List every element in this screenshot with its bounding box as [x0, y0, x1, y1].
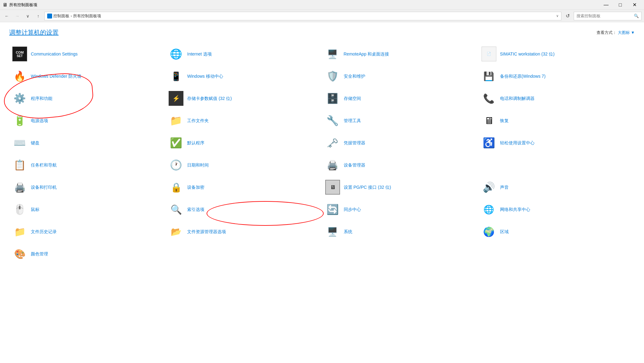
grid-item-defaultprogs[interactable]: ✅ 默认程序	[166, 132, 322, 154]
item-icon-network: 🌐	[482, 202, 496, 217]
grid-item-mobile[interactable]: 📱 Windows 移动中心	[166, 65, 322, 87]
address-box[interactable]: 控制面板 › 所有控制面板项 ∨	[44, 12, 561, 20]
close-button[interactable]: ✕	[627, 0, 642, 10]
item-label-phone: 电话和调制解调器	[500, 96, 535, 101]
grid-item-sync[interactable]: 🔄 同步中心	[322, 198, 478, 221]
grid-item-index[interactable]: 🔍 索引选项	[166, 198, 322, 221]
grid-item-datetime[interactable]: 🕐 日期和时间	[166, 154, 322, 176]
grid-item-backup[interactable]: 💾 备份和还原(Windows 7)	[478, 65, 635, 87]
up-button[interactable]: ↑	[34, 12, 43, 20]
view-options: 查看方式： 大图标 ▼	[597, 30, 635, 35]
view-current[interactable]: 大图标 ▼	[618, 30, 635, 35]
search-input[interactable]	[576, 14, 633, 18]
grid-item-defender[interactable]: 🔥 Windows Defender 防火墙	[9, 65, 166, 87]
grid-item-comset[interactable]: COMSET Communication Settings	[9, 43, 166, 65]
item-label-keyboard: 键盘	[31, 140, 39, 146]
item-icon-programs: ⚙️	[12, 91, 27, 106]
grid-item-workfolder[interactable]: 📁 工作文件夹	[166, 109, 322, 132]
item-icon-mobile: 📱	[169, 69, 183, 84]
grid-item-restore[interactable]: 🖥 恢复	[478, 109, 635, 132]
item-icon-simatic: 📄	[482, 47, 496, 61]
item-label-sync: 同步中心	[344, 207, 361, 212]
item-icon-print: 🖨️	[12, 180, 27, 195]
item-label-print: 设备和打印机	[31, 184, 57, 190]
grid-item-taskbar[interactable]: 📋 任务栏和导航	[9, 154, 166, 176]
grid-item-print[interactable]: 🖨️ 设备和打印机	[9, 176, 166, 198]
item-icon-comset: COMSET	[12, 47, 27, 61]
item-label-system: 系统	[344, 229, 352, 234]
item-icon-remoteapp: 🖥️	[325, 47, 340, 61]
grid-item-filehist[interactable]: 📁 文件历史记录	[9, 221, 166, 243]
item-icon-region: 🌍	[482, 224, 496, 239]
item-label-storagespace: 存储空间	[344, 96, 361, 101]
grid-item-programs[interactable]: ⚙️ 程序和功能	[9, 87, 166, 109]
item-label-power: 电源选项	[31, 118, 48, 123]
item-label-comset: Communication Settings	[31, 51, 78, 57]
grid-item-ease[interactable]: ♿ 轻松使用设置中心	[478, 132, 635, 154]
grid-item-color[interactable]: 🎨 颜色管理	[9, 243, 166, 265]
address-chevron-icon[interactable]: ∨	[556, 14, 559, 18]
item-icon-manage: 🔧	[325, 113, 340, 128]
item-label-remoteapp: RemoteApp 和桌面连接	[344, 51, 389, 57]
grid-item-sound[interactable]: 🔊 声音	[478, 176, 635, 198]
item-icon-internet: 🌐	[169, 47, 183, 61]
grid-item-encrypt[interactable]: 🔒 设备加密	[166, 176, 322, 198]
grid-item-keyboard[interactable]: ⌨️ 键盘	[9, 132, 166, 154]
refresh-button[interactable]: ↺	[563, 12, 572, 20]
item-label-fileexplorer: 文件资源管理器选项	[187, 229, 226, 234]
item-icon-keyboard: ⌨️	[12, 135, 27, 150]
breadcrumb-sep1: ›	[71, 14, 72, 18]
search-box[interactable]: 🔍	[574, 12, 642, 20]
grid-item-devmgr[interactable]: 🖨️ 设备管理器	[322, 154, 478, 176]
item-label-manage: 管理工具	[344, 118, 361, 123]
item-label-region: 区域	[500, 229, 509, 234]
recent-button[interactable]: ∨	[23, 12, 32, 20]
grid-item-power[interactable]: 🔋 电源选项	[9, 109, 166, 132]
item-label-credentials: 凭据管理器	[344, 140, 365, 146]
grid-item-internet[interactable]: 🌐 Internet 选项	[166, 43, 322, 65]
item-icon-pgpc: 🖥	[325, 180, 340, 195]
grid-item-network[interactable]: 🌐 网络和共享中心	[478, 198, 635, 221]
search-icon: 🔍	[634, 14, 639, 18]
item-icon-taskbar: 📋	[12, 158, 27, 172]
grid-item-storageparams[interactable]: ⚡ 存储卡参数赋值 (32 位)	[166, 87, 322, 109]
item-label-mouse: 鼠标	[31, 207, 39, 212]
grid-item-manage[interactable]: 🔧 管理工具	[322, 109, 478, 132]
item-label-ease: 轻松使用设置中心	[500, 140, 535, 146]
grid-item-simatic[interactable]: 📄 SIMATIC workstation (32 位)	[478, 43, 635, 65]
grid-item-phone[interactable]: 📞 电话和调制解调器	[478, 87, 635, 109]
item-icon-fileexplorer: 📂	[169, 224, 183, 239]
back-button[interactable]: ←	[2, 12, 11, 20]
maximize-button[interactable]: □	[613, 0, 627, 10]
minimize-button[interactable]: —	[599, 0, 613, 10]
addressbar: ← → ∨ ↑ 控制面板 › 所有控制面板项 ∨ ↺ 🔍	[0, 10, 644, 22]
item-label-devmgr: 设备管理器	[344, 162, 365, 168]
grid-item-remoteapp[interactable]: 🖥️ RemoteApp 和桌面连接	[322, 43, 478, 65]
item-icon-sync: 🔄	[325, 202, 340, 217]
grid-item-credentials[interactable]: 🗝️ 凭据管理器	[322, 132, 478, 154]
titlebar-app-icon: 🖥	[2, 2, 7, 8]
item-label-defaultprogs: 默认程序	[187, 140, 204, 146]
item-label-internet: Internet 选项	[187, 51, 211, 57]
grid-item-fileexplorer[interactable]: 📂 文件资源管理器选项	[166, 221, 322, 243]
grid-item-mouse[interactable]: 🖱️ 鼠标	[9, 198, 166, 221]
item-label-datetime: 日期和时间	[187, 162, 209, 168]
item-label-workfolder: 工作文件夹	[187, 118, 209, 123]
item-label-taskbar: 任务栏和导航	[31, 162, 57, 168]
item-icon-ease: ♿	[482, 135, 496, 150]
titlebar: 🖥 所有控制面板项 — □ ✕	[0, 0, 644, 10]
item-label-defender: Windows Defender 防火墙	[31, 73, 81, 79]
grid-item-security[interactable]: 🛡️ 安全和维护	[322, 65, 478, 87]
grid-item-pgpc[interactable]: 🖥 设置 PG/PC 接口 (32 位)	[322, 176, 478, 198]
grid-item-storagespace[interactable]: 🗄️ 存储空间	[322, 87, 478, 109]
titlebar-title: 所有控制面板项	[9, 2, 37, 8]
item-icon-encrypt: 🔒	[169, 180, 183, 195]
forward-button[interactable]: →	[13, 12, 22, 20]
item-icon-datetime: 🕐	[169, 158, 183, 172]
breadcrumb-part1: 控制面板	[53, 13, 69, 19]
grid-item-system[interactable]: 🖥️ 系统	[322, 221, 478, 243]
grid-item-region[interactable]: 🌍 区域	[478, 221, 635, 243]
item-icon-color: 🎨	[12, 246, 27, 261]
item-label-pgpc: 设置 PG/PC 接口 (32 位)	[344, 184, 391, 190]
item-icon-restore: 🖥	[482, 113, 496, 128]
